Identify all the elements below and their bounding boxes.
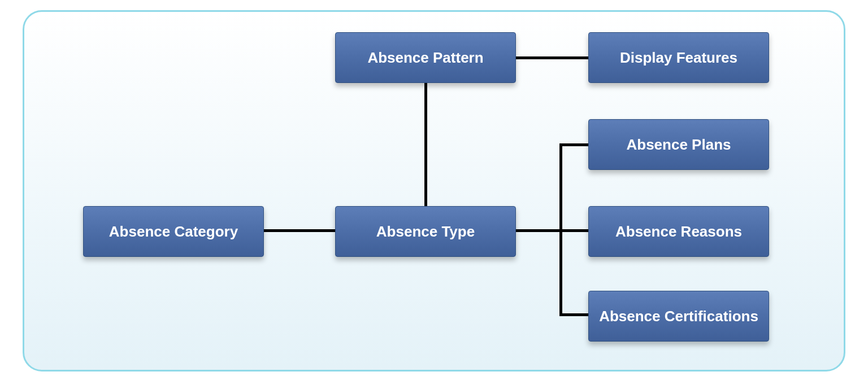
node-label: Absence Certifications (599, 308, 758, 325)
node-display-features: Display Features (588, 32, 769, 83)
connector-pattern-to-displayfeatures (516, 56, 588, 59)
node-label: Absence Category (109, 223, 238, 241)
node-absence-plans: Absence Plans (588, 119, 769, 170)
node-label: Absence Pattern (367, 49, 483, 67)
node-absence-category: Absence Category (83, 206, 264, 257)
connector-type-trunk-right (516, 229, 562, 232)
node-label: Absence Plans (627, 136, 731, 154)
node-absence-pattern: Absence Pattern (335, 32, 516, 83)
connector-to-certifications (559, 313, 589, 316)
node-absence-certifications: Absence Certifications (588, 291, 769, 342)
node-label: Absence Reasons (615, 223, 742, 241)
connector-category-to-type (263, 229, 336, 232)
connector-to-reasons (559, 229, 589, 232)
diagram-frame: Absence Category Absence Type Absence Pa… (23, 10, 845, 371)
node-label: Display Features (620, 49, 737, 67)
node-label: Absence Type (376, 223, 475, 241)
node-absence-type: Absence Type (335, 206, 516, 257)
connector-to-plans (559, 143, 589, 146)
node-absence-reasons: Absence Reasons (588, 206, 769, 257)
connector-type-to-pattern (424, 83, 427, 206)
